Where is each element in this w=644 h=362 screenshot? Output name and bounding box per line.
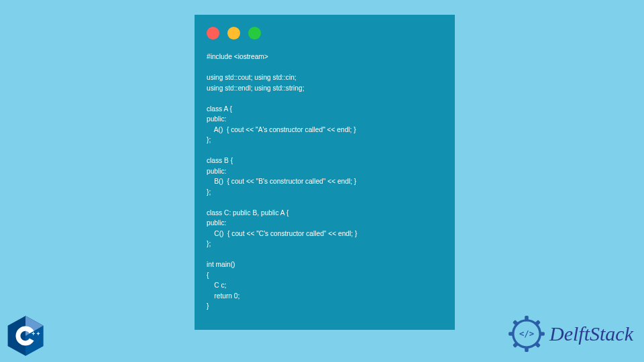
window-controls bbox=[207, 27, 443, 40]
svg-rect-13 bbox=[535, 341, 541, 348]
brand-logo: </> DelftStack bbox=[508, 315, 633, 353]
svg-rect-7 bbox=[525, 347, 529, 352]
cpp-logo-icon: + + bbox=[3, 314, 48, 358]
minimize-icon bbox=[227, 27, 240, 40]
svg-text:+: + bbox=[32, 330, 35, 337]
svg-rect-12 bbox=[513, 320, 519, 326]
brand-name: DelftStack bbox=[549, 322, 633, 345]
svg-rect-9 bbox=[539, 332, 545, 336]
svg-rect-6 bbox=[525, 316, 529, 321]
code-content: #include <iostream> using std::cout; usi… bbox=[207, 52, 443, 312]
close-icon bbox=[207, 27, 219, 40]
svg-rect-10 bbox=[535, 320, 541, 326]
svg-rect-11 bbox=[513, 341, 519, 348]
maximize-icon bbox=[248, 27, 261, 40]
svg-rect-8 bbox=[508, 332, 514, 336]
svg-text:</>: </> bbox=[519, 329, 534, 339]
svg-text:+: + bbox=[37, 330, 40, 337]
brand-gear-icon: </> bbox=[508, 315, 545, 353]
code-window: #include <iostream> using std::cout; usi… bbox=[195, 15, 455, 330]
